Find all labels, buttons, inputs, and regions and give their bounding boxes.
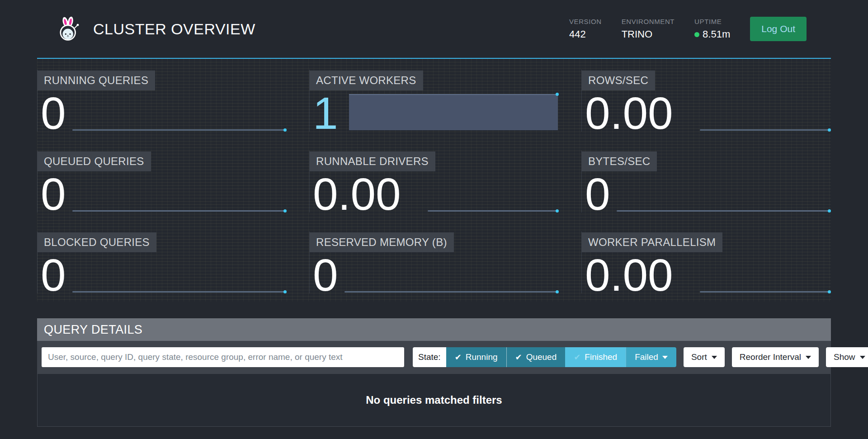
reorder-interval-dropdown-button[interactable]: Reorder Interval bbox=[732, 347, 819, 367]
reorder-interval-label: Reorder Interval bbox=[740, 352, 801, 362]
uptime-text: 8.51m bbox=[703, 28, 730, 40]
sparkline-dot-icon bbox=[283, 209, 287, 212]
sparkline bbox=[72, 210, 286, 212]
stat-card-queued-queries: QUEUED QUERIES 0 bbox=[37, 140, 287, 221]
stat-label: RUNNABLE DRIVERS bbox=[309, 151, 435, 171]
caret-down-icon bbox=[806, 356, 811, 359]
sparkline-dot-icon bbox=[283, 290, 287, 293]
query-details-header: QUERY DETAILS bbox=[37, 318, 831, 341]
stat-card-blocked-queries: BLOCKED QUERIES 0 bbox=[37, 221, 287, 302]
state-filter-queued-label: Queued bbox=[526, 352, 557, 362]
state-filter-running-button[interactable]: ✔ Running bbox=[446, 347, 506, 367]
page-title: CLUSTER OVERVIEW bbox=[93, 20, 255, 38]
stat-card-rows-sec: ROWS/SEC 0.00 bbox=[581, 59, 831, 140]
environment-meta: ENVIRONMENT TRINO bbox=[622, 18, 675, 40]
trino-bunny-logo-icon bbox=[57, 16, 80, 42]
sparkline-dot-icon bbox=[828, 128, 831, 132]
uptime-label: UPTIME bbox=[694, 18, 730, 25]
sparkline bbox=[700, 129, 830, 131]
stat-label: ACTIVE WORKERS bbox=[309, 71, 423, 90]
uptime-meta: UPTIME 8.51m bbox=[694, 18, 730, 40]
stat-card-active-workers: ACTIVE WORKERS 1 bbox=[309, 59, 559, 140]
version-value: 442 bbox=[569, 28, 602, 40]
stat-label: BYTES/SEC bbox=[581, 151, 657, 171]
sparkline bbox=[72, 291, 286, 293]
stat-value: 0 bbox=[41, 252, 66, 297]
query-search-input[interactable] bbox=[42, 347, 404, 367]
log-out-button[interactable]: Log Out bbox=[750, 17, 807, 41]
sort-label: Sort bbox=[691, 352, 707, 362]
version-meta: VERSION 442 bbox=[569, 18, 602, 40]
caret-down-icon bbox=[860, 356, 865, 359]
sparkline-filled-area bbox=[349, 94, 558, 130]
check-icon: ✔ bbox=[574, 353, 580, 361]
stat-label: QUEUED QUERIES bbox=[37, 151, 151, 171]
stat-card-bytes-sec: BYTES/SEC 0 bbox=[581, 140, 831, 221]
header: CLUSTER OVERVIEW VERSION 442 ENVIRONMENT… bbox=[0, 0, 868, 59]
stat-value: 0 bbox=[313, 252, 338, 297]
stat-card-reserved-memory: RESERVED MEMORY (B) 0 bbox=[309, 221, 559, 302]
caret-down-icon bbox=[712, 356, 717, 359]
sort-dropdown-button[interactable]: Sort bbox=[684, 347, 725, 367]
state-filter-queued-button[interactable]: ✔ Queued bbox=[506, 347, 566, 367]
environment-value: TRINO bbox=[622, 28, 675, 40]
show-dropdown-button[interactable]: Show bbox=[826, 347, 868, 367]
active-workers-value-link[interactable]: 1 bbox=[313, 90, 338, 136]
sparkline-dot-icon bbox=[556, 209, 559, 212]
sparkline-dot-icon bbox=[283, 128, 287, 132]
sparkline bbox=[700, 291, 830, 293]
cluster-stats-grid: RUNNING QUERIES 0 ACTIVE WORKERS 1 ROWS/… bbox=[37, 59, 831, 302]
stat-value: 0 bbox=[41, 90, 66, 136]
state-filter-label: State: bbox=[413, 347, 446, 367]
uptime-value: 8.51m bbox=[694, 28, 730, 40]
state-filter-group: State: ✔ Running ✔ Queued ✔ Finished Fai… bbox=[413, 347, 676, 367]
sparkline bbox=[344, 291, 558, 293]
check-icon: ✔ bbox=[515, 353, 522, 361]
environment-label: ENVIRONMENT bbox=[622, 18, 675, 25]
empty-state-message: No queries matched filters bbox=[366, 394, 502, 406]
stat-value: 0 bbox=[585, 171, 610, 217]
stat-card-runnable-drivers: RUNNABLE DRIVERS 0.00 bbox=[309, 140, 559, 221]
stat-label: WORKER PARALLELISM bbox=[581, 232, 722, 252]
stat-label: RUNNING QUERIES bbox=[37, 71, 155, 90]
sparkline bbox=[72, 129, 286, 131]
sparkline-dot-icon bbox=[828, 290, 831, 293]
stat-value: 0 bbox=[41, 171, 66, 217]
query-list-empty-area: No queries matched filters bbox=[37, 373, 831, 427]
state-filter-failed-dropdown[interactable]: Failed bbox=[626, 347, 676, 367]
sparkline-dot-icon bbox=[828, 209, 831, 212]
state-filter-finished-button[interactable]: ✔ Finished bbox=[565, 347, 626, 367]
stat-label: RESERVED MEMORY (B) bbox=[309, 232, 454, 252]
state-filter-running-label: Running bbox=[466, 352, 498, 362]
query-details-section: QUERY DETAILS State: ✔ Running ✔ Queued … bbox=[37, 318, 831, 427]
state-filter-finished-label: Finished bbox=[585, 352, 617, 362]
stat-card-running-queries: RUNNING QUERIES 0 bbox=[37, 59, 287, 140]
sparkline-dot-icon bbox=[556, 93, 559, 96]
sparkline bbox=[617, 210, 830, 212]
stat-value: 0.00 bbox=[313, 171, 401, 217]
sparkline-dot-icon bbox=[556, 290, 559, 293]
stat-value: 0.00 bbox=[585, 252, 673, 297]
sparkline bbox=[428, 210, 558, 212]
stat-label: ROWS/SEC bbox=[581, 71, 655, 90]
query-filter-toolbar: State: ✔ Running ✔ Queued ✔ Finished Fai… bbox=[37, 341, 831, 373]
state-filter-failed-label: Failed bbox=[635, 352, 658, 362]
show-label: Show bbox=[834, 352, 855, 362]
version-label: VERSION bbox=[569, 18, 602, 25]
caret-down-icon bbox=[662, 356, 668, 359]
check-icon: ✔ bbox=[455, 353, 462, 361]
uptime-status-dot-icon bbox=[694, 32, 699, 37]
stat-value: 0.00 bbox=[585, 90, 673, 136]
stat-label: BLOCKED QUERIES bbox=[37, 232, 156, 252]
stat-card-worker-parallelism: WORKER PARALLELISM 0.00 bbox=[581, 221, 831, 302]
